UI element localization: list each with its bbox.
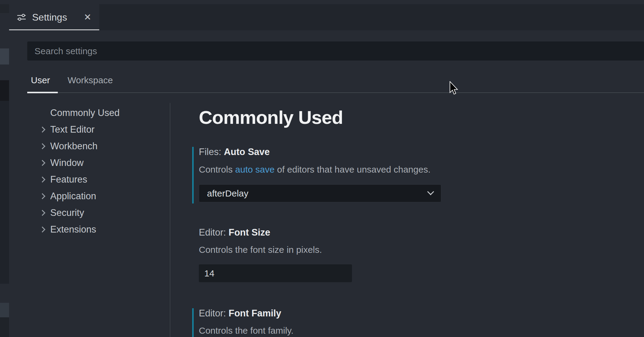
toc-item-window[interactable]: Window bbox=[27, 154, 166, 171]
auto-save-select[interactable]: afterDelay bbox=[199, 184, 441, 202]
setting-description: Controls auto save of editors that have … bbox=[199, 164, 431, 175]
toc-item-text-editor[interactable]: Text Editor bbox=[27, 121, 166, 138]
setting-description: Controls the font family. bbox=[199, 325, 294, 336]
chevron-down-icon bbox=[427, 188, 434, 195]
toc-item-features[interactable]: Features bbox=[27, 171, 166, 188]
tab-settings[interactable]: Settings ✕ bbox=[9, 4, 99, 30]
setting-title-files-auto-save: Files: Auto Save bbox=[199, 147, 270, 157]
toc-item-commonly-used[interactable]: Commonly Used bbox=[27, 104, 166, 121]
chevron-right-icon bbox=[39, 160, 45, 166]
sliver-block bbox=[0, 317, 9, 337]
tab-title: Settings bbox=[32, 12, 67, 23]
toc-item-extensions[interactable]: Extensions bbox=[27, 221, 166, 238]
sliver-block bbox=[0, 4, 9, 13]
tab-user[interactable]: User bbox=[27, 75, 54, 89]
mouse-cursor bbox=[449, 81, 458, 95]
page-title: Commonly Used bbox=[199, 107, 343, 128]
sliver-block bbox=[0, 64, 9, 80]
toc-content-divider bbox=[170, 103, 170, 337]
close-icon[interactable]: ✕ bbox=[84, 13, 91, 22]
sliver-block bbox=[0, 13, 9, 48]
toc-item-application[interactable]: Application bbox=[27, 188, 166, 204]
search-input[interactable] bbox=[27, 41, 644, 61]
toc-item-workbench[interactable]: Workbench bbox=[27, 138, 166, 154]
auto-save-link[interactable]: auto save bbox=[235, 164, 274, 174]
chevron-right-icon bbox=[39, 210, 45, 216]
toc-item-security[interactable]: Security bbox=[27, 204, 166, 221]
active-tab-underline bbox=[27, 92, 58, 93]
chevron-right-icon bbox=[39, 143, 45, 149]
sliver-block bbox=[0, 101, 9, 284]
settings-sliders-icon bbox=[17, 13, 26, 21]
modified-indicator-bar bbox=[192, 147, 194, 203]
modified-indicator-bar bbox=[192, 308, 194, 337]
sliver-block bbox=[0, 303, 9, 317]
chevron-right-icon bbox=[39, 177, 45, 183]
settings-toc: Commonly Used Text Editor Workbench Wind… bbox=[27, 104, 166, 238]
font-size-input[interactable] bbox=[199, 264, 352, 282]
chevron-right-icon bbox=[39, 127, 45, 133]
tab-workspace[interactable]: Workspace bbox=[67, 75, 113, 89]
scope-tabs-rule bbox=[27, 92, 644, 93]
sliver-block bbox=[0, 48, 9, 64]
editor-tab-bar: Settings ✕ bbox=[9, 4, 644, 30]
setting-title-editor-font-family: Editor: Font Family bbox=[199, 308, 281, 319]
setting-title-editor-font-size: Editor: Font Size bbox=[199, 227, 270, 238]
chevron-right-icon bbox=[39, 193, 45, 199]
sliver-block bbox=[0, 80, 9, 101]
chevron-right-icon bbox=[39, 226, 45, 233]
setting-description: Controls the font size in pixels. bbox=[199, 245, 322, 255]
sliver-block bbox=[0, 284, 9, 303]
background-window-sliver bbox=[0, 0, 9, 337]
scope-tabs: User Workspace bbox=[27, 75, 113, 89]
